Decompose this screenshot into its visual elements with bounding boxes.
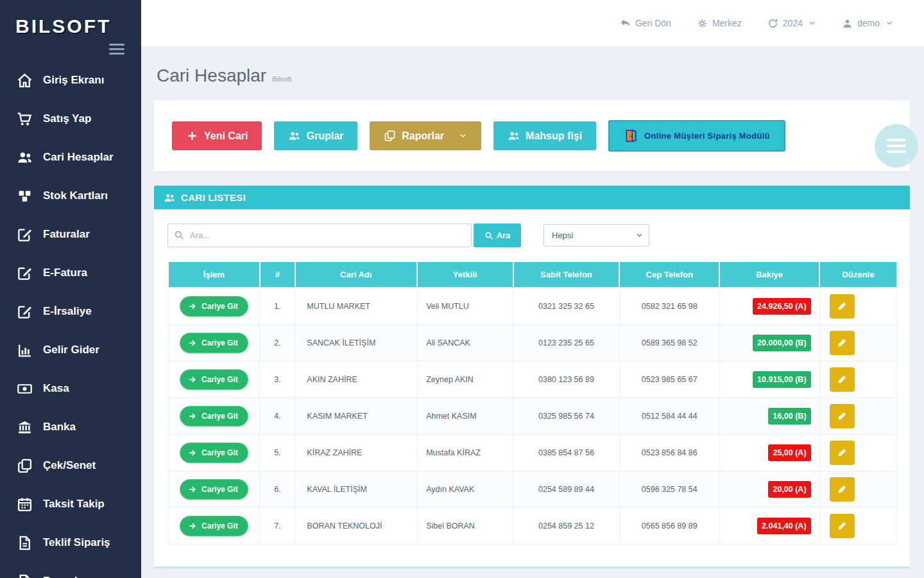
sidebar-item-taksit-takip[interactable]: Taksit Takip (0, 485, 141, 523)
cari-name: MUTLU MARKET (295, 288, 417, 324)
pencil-icon (837, 338, 847, 348)
cariye-git-button[interactable]: Cariye Git (180, 296, 248, 317)
cubes-icon (17, 188, 33, 204)
cari-name: SANCAK İLETİŞİM (295, 324, 417, 361)
col-yetkili: Yetkili (417, 261, 513, 288)
chevron-down-icon (809, 19, 816, 27)
sidebar-item-label: Teklif Sipariş (43, 536, 110, 549)
edit-button[interactable] (830, 404, 855, 428)
row-number: 6. (260, 471, 295, 507)
arrow-right-icon (188, 485, 197, 494)
cariye-git-button[interactable]: Cariye Git (180, 333, 248, 353)
merkez-link[interactable]: Merkez (697, 18, 742, 29)
sidebar-item-raporlar[interactable]: Raporlar (0, 562, 141, 578)
sidebar-item-label: Faturalar (43, 228, 90, 241)
pencil-icon (837, 484, 847, 495)
sidebar-item-stok-kartlari[interactable]: Stok Kartları (0, 177, 141, 215)
balance-badge: 16,00 (B) (768, 408, 810, 425)
sidebar-toggle-icon[interactable] (109, 44, 124, 55)
table-row: Cariye Git 4. KASIM MARKET Ahmet KASIM 0… (168, 398, 897, 434)
mobile-phone: 0582 321 65 98 (619, 288, 719, 324)
back-link[interactable]: Geri Dön (620, 18, 671, 29)
contact-name: Zeynep AKIN (417, 361, 513, 398)
sidebar-item-label: Çek/Senet (43, 459, 96, 472)
page-header: Cari Hesaplar Bilsoft (157, 66, 910, 86)
yeni-cari-button[interactable]: Yeni Cari (172, 121, 262, 150)
balance-badge: 2.041,40 (A) (757, 518, 810, 534)
raporlar-button[interactable]: Raporlar (370, 121, 481, 150)
table-row: Cariye Git 5. KİRAZ ZAHİRE Mustafa KİRAZ… (168, 434, 897, 471)
edit-button[interactable] (830, 441, 855, 465)
edit-button[interactable] (830, 331, 855, 355)
edit-button[interactable] (830, 514, 855, 538)
online-siparis-modulu-button[interactable]: Online Müşteri Sipariş Modülü (608, 120, 785, 152)
col-islem: İşlem (168, 261, 260, 288)
edit-square-icon (17, 227, 33, 243)
sidebar-item-cari-hesaplar[interactable]: Cari Hesaplar (0, 138, 141, 177)
landline-phone: 0254 859 25 12 (513, 507, 620, 544)
sidebar-item-e-fatura[interactable]: E-Fatura (0, 254, 141, 292)
pencil-icon (837, 448, 847, 458)
sidebar-item-cek-senet[interactable]: Çek/Senet (0, 446, 141, 485)
mahsup-fisi-button[interactable]: Mahsup fişi (493, 121, 596, 150)
plus-icon (186, 130, 198, 142)
edit-button[interactable] (830, 477, 855, 502)
merkez-label: Merkez (712, 18, 742, 28)
cariye-git-button[interactable]: Cariye Git (180, 369, 248, 390)
year-dropdown[interactable]: 2024 (767, 18, 816, 29)
pencil-icon (837, 411, 847, 421)
sidebar-item-giris-ekrani[interactable]: Giriş Ekranı (0, 61, 141, 100)
search-button[interactable]: Ara (474, 223, 521, 247)
arrow-right-icon (188, 338, 197, 347)
sidebar-item-banka[interactable]: Banka (0, 408, 141, 446)
sidebar-item-label: Cari Hesaplar (43, 151, 114, 164)
cariye-git-button[interactable]: Cariye Git (180, 516, 248, 536)
sidebar-item-label: Stok Kartları (43, 189, 108, 202)
sidebar-item-faturalar[interactable]: Faturalar (0, 215, 141, 254)
sidebar-item-label: Raporlar (43, 575, 88, 578)
balance-badge: 10.915,00 (B) (753, 371, 810, 388)
search-icon (484, 231, 493, 240)
edit-button[interactable] (830, 294, 855, 319)
users-icon (164, 192, 175, 204)
cariye-git-button[interactable]: Cariye Git (180, 479, 248, 500)
contact-name: Mustafa KİRAZ (417, 434, 513, 471)
door-icon (624, 128, 638, 143)
edit-square-icon (17, 304, 33, 320)
cari-name: AKIN ZAHİRE (295, 361, 417, 398)
sidebar-item-label: Kasa (43, 382, 69, 395)
sidebar-item-e-irsaliye[interactable]: E-İrsaliye (0, 292, 141, 331)
sidebar-item-kasa[interactable]: Kasa (0, 369, 141, 408)
landline-phone: 0254 589 89 44 (513, 471, 620, 507)
gruplar-button[interactable]: Gruplar (274, 121, 357, 150)
sidebar-item-gelir-gider[interactable]: Gelir Gider (0, 331, 141, 369)
sidebar-item-satis-yap[interactable]: Satış Yap (0, 100, 141, 138)
cariye-git-button[interactable]: Cariye Git (180, 406, 248, 426)
edit-button[interactable] (830, 367, 855, 392)
year-label: 2024 (783, 18, 803, 28)
floating-menu-button[interactable] (875, 124, 918, 168)
sidebar-item-label: Gelir Gider (43, 344, 99, 356)
app-logo: BILSOFT (0, 0, 141, 37)
search-input[interactable] (167, 223, 472, 247)
copy-icon (384, 130, 396, 142)
edit-square-icon (17, 265, 33, 281)
users-icon (508, 130, 520, 142)
col-no: # (260, 261, 295, 288)
cariye-git-button[interactable]: Cariye Git (180, 442, 248, 463)
pencil-icon (837, 521, 847, 531)
main-area: Geri Dön Merkez 2024 demo Cari Hesaplar … (141, 0, 924, 578)
actions-card: Yeni Cari Gruplar Raporlar Mahsup fişi O… (154, 100, 910, 171)
row-number: 1. (260, 288, 295, 324)
row-number: 3. (260, 361, 295, 398)
mobile-phone: 0523 985 65 67 (619, 361, 719, 398)
list-panel-title: CARI LISTESI (181, 192, 246, 203)
sidebar-item-teklif-siparis[interactable]: Teklif Sipariş (0, 523, 141, 562)
cari-name: KAVAL İLETİŞİM (295, 471, 417, 507)
pencil-icon (837, 301, 847, 311)
filter-select[interactable]: Hepsi (543, 224, 649, 247)
money-icon (17, 381, 33, 397)
gear-icon (697, 18, 708, 29)
reply-icon (620, 18, 631, 29)
user-menu[interactable]: demo (842, 18, 893, 29)
